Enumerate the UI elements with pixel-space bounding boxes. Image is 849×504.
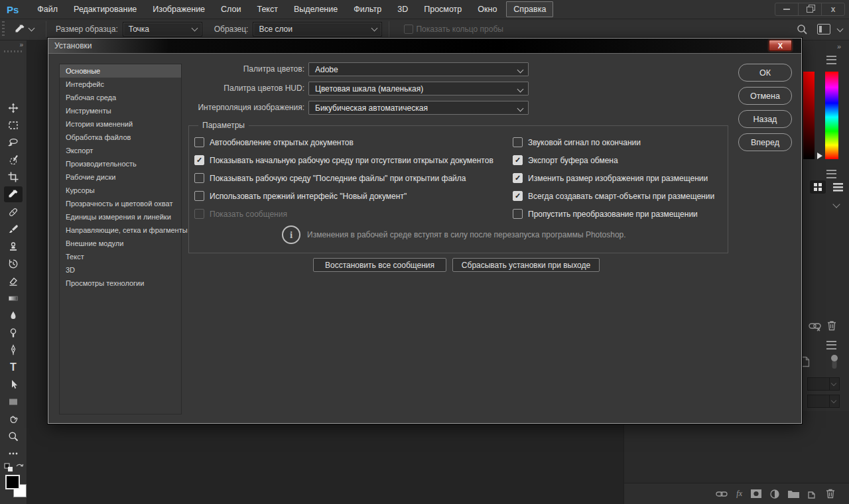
- category-export[interactable]: Экспорт: [60, 144, 181, 157]
- checkbox[interactable]: [194, 155, 204, 165]
- quick-selection-tool[interactable]: [4, 152, 23, 168]
- menu-type[interactable]: Текст: [250, 2, 284, 17]
- reset-all-warnings-button[interactable]: Восстановить все сообщения: [313, 258, 446, 272]
- list-view-button[interactable]: [830, 180, 846, 194]
- rectangle-tool[interactable]: [4, 394, 23, 410]
- color-slider-hue[interactable]: [825, 72, 838, 159]
- category-units-rulers[interactable]: Единицы измерения и линейки: [60, 210, 181, 223]
- new-layer-icon[interactable]: [808, 489, 817, 499]
- options-bar-grip[interactable]: [2, 21, 5, 37]
- checkbox[interactable]: [513, 173, 523, 183]
- image-interpolation-dropdown[interactable]: Бикубическая автоматическая: [308, 101, 529, 115]
- hud-color-picker-dropdown[interactable]: Цветовая шкала (маленькая): [308, 82, 529, 95]
- blur-tool[interactable]: [4, 308, 23, 324]
- eyedropper-tool[interactable]: [4, 186, 23, 202]
- hand-tool[interactable]: [4, 411, 23, 427]
- checkbox[interactable]: [194, 137, 204, 147]
- menu-edit[interactable]: Редактирование: [67, 2, 143, 17]
- menu-select[interactable]: Выделение: [287, 2, 344, 17]
- adjustment-layer-icon[interactable]: [770, 489, 779, 499]
- layers-panel-menu-icon[interactable]: [826, 341, 836, 349]
- crop-tool[interactable]: [4, 169, 23, 185]
- foreground-color-swatch[interactable]: [5, 475, 20, 489]
- menu-file[interactable]: Файл: [31, 2, 64, 17]
- prev-button[interactable]: Назад: [738, 110, 792, 128]
- default-colors-icon[interactable]: [4, 463, 13, 472]
- new-group-icon[interactable]: [788, 489, 799, 498]
- spot-healing-brush-tool[interactable]: [4, 204, 23, 220]
- history-brush-tool[interactable]: [4, 256, 23, 272]
- unlink-library-icon[interactable]: [809, 321, 822, 332]
- rectangular-marquee-tool[interactable]: [4, 117, 23, 133]
- dialog-title-bar[interactable]: Установки: [48, 38, 801, 54]
- category-history-log[interactable]: История изменений: [60, 117, 181, 131]
- clone-stamp-tool[interactable]: [4, 239, 23, 255]
- link-layers-icon[interactable]: [716, 490, 728, 498]
- color-panel-menu-icon[interactable]: [826, 56, 836, 64]
- more-tools[interactable]: [4, 446, 23, 462]
- reset-preferences-on-quit-button[interactable]: Сбрасывать установки при выходе: [452, 258, 600, 272]
- fill-dropdown[interactable]: [807, 395, 840, 408]
- cancel-button[interactable]: Отмена: [738, 87, 792, 105]
- zoom-tool[interactable]: [4, 428, 23, 444]
- layer-toggle-icon[interactable]: [830, 353, 839, 370]
- next-button[interactable]: Вперед: [738, 133, 792, 151]
- category-plugins[interactable]: Внешние модули: [60, 237, 181, 250]
- category-guides-grid-slices[interactable]: Направляющие, сетка и фрагменты: [60, 223, 181, 237]
- color-picker-dropdown[interactable]: Adobe: [308, 62, 529, 76]
- menu-view[interactable]: Просмотр: [417, 2, 468, 17]
- brush-tool[interactable]: [4, 221, 23, 237]
- menu-window[interactable]: Окно: [471, 2, 503, 17]
- toolbar-collapse-icon[interactable]: »: [19, 41, 23, 48]
- hue-slider-arrow-icon[interactable]: [817, 153, 822, 159]
- sample-size-dropdown[interactable]: Точка: [123, 22, 202, 36]
- swap-colors-icon[interactable]: [15, 462, 25, 472]
- ok-button[interactable]: ОК: [738, 64, 792, 82]
- layer-style-fx-icon[interactable]: fx: [736, 489, 742, 499]
- lasso-tool[interactable]: [4, 135, 23, 151]
- grid-view-button[interactable]: [810, 180, 826, 194]
- category-scratch-disks[interactable]: Рабочие диски: [60, 170, 181, 184]
- opacity-dropdown[interactable]: [807, 377, 840, 391]
- search-icon[interactable]: [797, 24, 808, 35]
- swatches-panel-menu-icon[interactable]: [826, 170, 836, 178]
- path-selection-tool[interactable]: [4, 377, 23, 393]
- sample-dropdown[interactable]: Все слои: [253, 22, 382, 36]
- current-tool-button[interactable]: [9, 23, 39, 35]
- checkbox[interactable]: [513, 137, 523, 147]
- menu-3d[interactable]: 3D: [391, 2, 415, 17]
- category-file-handling[interactable]: Обработка файлов: [60, 131, 181, 144]
- dialog-close-button[interactable]: X: [769, 40, 792, 51]
- category-technology-previews[interactable]: Просмотры технологии: [60, 277, 181, 290]
- minimize-button[interactable]: [775, 3, 798, 15]
- menu-image[interactable]: Изображение: [146, 2, 212, 17]
- delete-layer-icon[interactable]: [826, 489, 835, 499]
- category-transparency-gamut[interactable]: Прозрачность и цветовой охват: [60, 197, 181, 210]
- workspace-switcher[interactable]: [817, 24, 842, 34]
- type-tool[interactable]: T: [4, 359, 23, 375]
- category-3d[interactable]: 3D: [60, 263, 181, 277]
- category-type[interactable]: Текст: [60, 250, 181, 263]
- category-cursors[interactable]: Курсоры: [60, 184, 181, 197]
- category-performance[interactable]: Производительность: [60, 157, 181, 170]
- close-button[interactable]: x: [821, 3, 844, 15]
- checkbox[interactable]: [513, 155, 523, 165]
- menu-layers[interactable]: Слои: [214, 2, 247, 17]
- color-slider-red[interactable]: [803, 72, 815, 159]
- checkbox[interactable]: [513, 209, 523, 219]
- delete-library-item-icon[interactable]: [827, 320, 836, 331]
- restore-button[interactable]: [798, 3, 821, 15]
- lock-layer-icon[interactable]: [801, 356, 810, 367]
- move-tool[interactable]: [4, 100, 23, 116]
- menu-filter[interactable]: Фильтр: [347, 2, 388, 17]
- gradient-tool[interactable]: [4, 290, 23, 306]
- pen-tool[interactable]: [4, 342, 23, 358]
- checkbox[interactable]: [513, 191, 523, 201]
- dodge-tool[interactable]: [4, 325, 23, 341]
- toolbar-grip[interactable]: [4, 50, 23, 52]
- proof-ring-checkbox[interactable]: [404, 25, 413, 34]
- menu-help[interactable]: Справка: [506, 1, 553, 17]
- eraser-tool[interactable]: [4, 273, 23, 289]
- checkbox[interactable]: [194, 173, 204, 183]
- dock-collapse-icon[interactable]: »: [837, 42, 840, 50]
